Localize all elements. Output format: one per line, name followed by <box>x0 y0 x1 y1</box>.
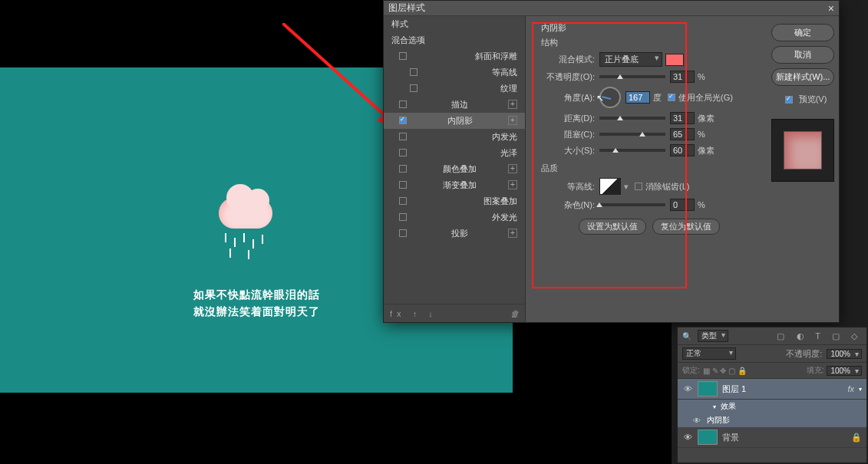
effects-label: 效果 <box>721 401 736 412</box>
sidebar-item-inner-glow[interactable]: 内发光 <box>384 129 525 145</box>
noise-slider[interactable] <box>599 203 665 206</box>
sidebar-item-satin[interactable]: 光泽 <box>384 145 525 161</box>
checkbox-icon[interactable] <box>399 133 407 140</box>
distance-unit: 像素 <box>698 113 715 124</box>
checkbox-icon[interactable] <box>399 165 407 173</box>
sidebar-item-pattern-overlay[interactable]: 图案叠加 <box>384 193 525 209</box>
opacity-slider[interactable] <box>599 75 665 78</box>
fx-badge[interactable]: fx <box>847 384 854 393</box>
dialog-title: 图层样式 <box>388 2 425 15</box>
layer-mode-dropdown[interactable]: 正常 <box>682 347 736 360</box>
up-icon[interactable]: ↑ <box>413 309 422 318</box>
checkbox-icon[interactable] <box>399 149 407 156</box>
layer-name: 背景 <box>722 432 739 443</box>
cloud-illustration <box>219 198 272 229</box>
sidebar-item-outer-glow[interactable]: 外发光 <box>384 209 525 225</box>
fill-dropdown[interactable]: 100% <box>827 366 862 376</box>
add-icon[interactable]: + <box>508 229 517 238</box>
add-icon[interactable]: + <box>508 180 517 189</box>
contour-picker[interactable] <box>599 178 621 195</box>
layer-effects-row[interactable]: ▾ 效果 <box>678 400 866 413</box>
filter-icons[interactable]: ▢ ◐ T ▢ ◇ <box>777 331 862 341</box>
fx-icon[interactable]: fx <box>390 309 406 318</box>
noise-unit: % <box>698 200 705 209</box>
sidebar-item-gradient-overlay[interactable]: 渐变叠加+ <box>384 177 525 193</box>
sidebar-item-drop-shadow[interactable]: 投影+ <box>384 225 525 242</box>
shadow-color-swatch[interactable] <box>665 54 684 66</box>
dialog-buttons: 确定 取消 新建样式(W)... 预览(V) <box>767 16 839 322</box>
reset-default-button[interactable]: 复位为默认值 <box>652 219 720 235</box>
sidebar-item-styles[interactable]: 样式 <box>384 16 525 32</box>
add-icon[interactable]: + <box>508 116 517 125</box>
sidebar-item-stroke[interactable]: 描边+ <box>384 97 525 113</box>
new-style-button[interactable]: 新建样式(W)... <box>771 68 834 86</box>
checkbox-icon[interactable] <box>399 100 407 108</box>
blend-mode-dropdown[interactable]: 正片叠底 <box>599 52 662 67</box>
search-icon[interactable]: 🔍 <box>682 332 691 341</box>
cursor-icon: ↖ <box>596 93 604 104</box>
sidebar-item-texture[interactable]: 纹理 <box>384 81 525 97</box>
collapse-icon[interactable]: ▾ <box>859 386 862 393</box>
collapse-icon[interactable]: ▾ <box>713 403 716 410</box>
sidebar-item-bevel[interactable]: 斜面和浮雕 <box>384 48 525 64</box>
cancel-button[interactable]: 取消 <box>771 46 834 64</box>
antialias-checkbox[interactable] <box>635 183 642 190</box>
down-icon[interactable]: ↓ <box>428 309 437 318</box>
checkbox-icon[interactable] <box>399 229 407 237</box>
preview-checkbox[interactable] <box>785 96 793 104</box>
layers-panel: 🔍 类型 ▢ ◐ T ▢ ◇ 正常 不透明度: 100% 锁定: ▦ ✎ ✥ ▢… <box>677 327 867 463</box>
cloud-shape <box>219 198 272 229</box>
layer-name: 图层 1 <box>722 383 746 395</box>
filter-type-dropdown[interactable]: 类型 <box>698 330 728 342</box>
sidebar-item-color-overlay[interactable]: 颜色叠加+ <box>384 161 525 177</box>
add-icon[interactable]: + <box>508 164 517 173</box>
noise-input[interactable] <box>670 199 695 211</box>
sidebar-item-inner-shadow[interactable]: 内阴影+ <box>384 113 525 129</box>
layer-effect-inner-shadow[interactable]: 👁 内阴影 <box>678 413 866 427</box>
checkbox-icon[interactable] <box>410 84 417 92</box>
checkbox-icon[interactable] <box>399 181 407 189</box>
sidebar-item-contour[interactable]: 等高线 <box>384 64 525 81</box>
angle-row: 角度(A): ↖ 度 使用全局光(G) <box>541 87 757 108</box>
checkbox-icon[interactable] <box>399 52 407 60</box>
ok-button[interactable]: 确定 <box>771 24 834 41</box>
opacity-input[interactable] <box>670 71 695 83</box>
distance-slider[interactable] <box>599 117 665 120</box>
layers-lock-bar: 锁定: ▦ ✎ ✥ ▢ 🔒 填充: 100% <box>678 363 866 379</box>
trash-icon[interactable]: 🗑 <box>510 309 519 318</box>
layer-style-dialog: 图层样式 × 样式 混合选项 斜面和浮雕 等高线 纹理 描边+ 内阴影+ 内发光… <box>383 0 840 323</box>
checkbox-icon[interactable] <box>399 213 407 221</box>
checkbox-icon[interactable] <box>410 68 417 76</box>
dialog-titlebar[interactable]: 图层样式 × <box>384 1 839 16</box>
checkbox-icon[interactable] <box>399 197 407 205</box>
close-icon[interactable]: × <box>828 3 834 14</box>
layer-item-layer1[interactable]: 👁 图层 1 fx ▾ <box>678 379 866 400</box>
quality-header: 品质 <box>541 163 757 174</box>
sidebar-item-blend-options[interactable]: 混合选项 <box>384 32 525 48</box>
size-row: 大小(S): 像素 <box>541 144 757 156</box>
layer-thumbnail <box>698 429 718 445</box>
layer-opacity-dropdown[interactable]: 100% <box>827 349 862 359</box>
global-light-checkbox[interactable] <box>668 94 675 101</box>
visibility-icon[interactable]: 👁 <box>691 416 702 425</box>
distance-input[interactable] <box>670 112 695 124</box>
opacity-label: 不透明度(O): <box>541 71 595 83</box>
checkbox-icon[interactable] <box>399 117 407 124</box>
layer-item-background[interactable]: 👁 背景 🔒 <box>678 427 866 448</box>
visibility-icon[interactable]: 👁 <box>682 384 693 393</box>
size-input[interactable] <box>670 144 695 156</box>
noise-label: 杂色(N): <box>541 199 595 211</box>
add-icon[interactable]: + <box>508 100 517 109</box>
opacity-row: 不透明度(O): % <box>541 71 757 83</box>
visibility-icon[interactable]: 👁 <box>682 433 693 442</box>
settings-panel: 内阴影 结构 混合模式: 正片叠底 不透明度(O): % 角度(A): ↖ <box>526 16 767 322</box>
set-default-button[interactable]: 设置为默认值 <box>579 219 646 235</box>
choke-slider[interactable] <box>599 133 665 136</box>
settings-section-title: 内阴影 <box>541 22 757 34</box>
lock-icons[interactable]: ▦ ✎ ✥ ▢ 🔒 <box>703 367 747 375</box>
size-slider[interactable] <box>599 149 665 152</box>
angle-input[interactable] <box>625 91 650 104</box>
choke-input[interactable] <box>670 128 695 140</box>
lock-icon: 🔒 <box>851 433 862 443</box>
angle-dial[interactable]: ↖ <box>599 87 621 108</box>
